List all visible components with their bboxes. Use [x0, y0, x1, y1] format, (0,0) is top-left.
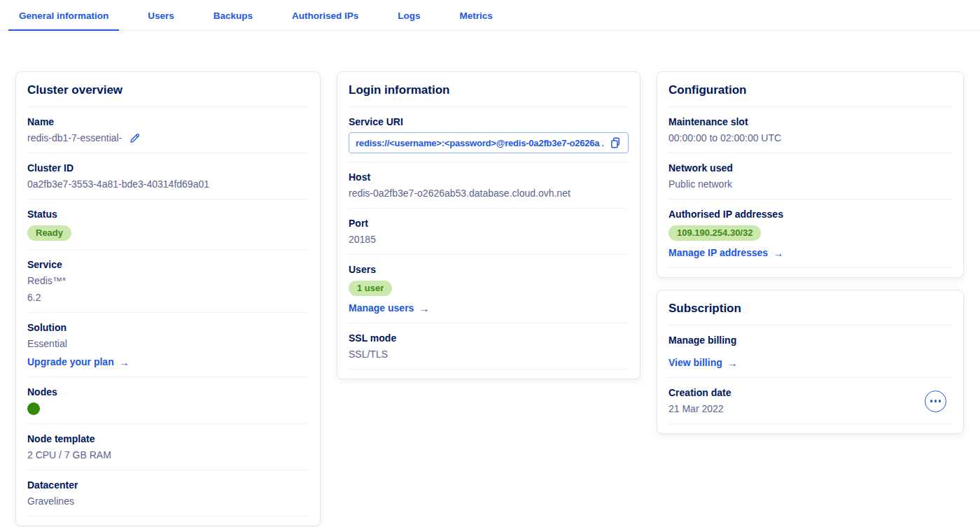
card-title: Cluster overview [27, 83, 309, 106]
solution-value: Essential [27, 338, 309, 350]
status-field: Status Ready [27, 199, 309, 249]
host-label: Host [349, 171, 629, 183]
manage-billing-label: Manage billing [668, 335, 952, 346]
datacenter-label: Datacenter [27, 479, 309, 491]
arrow-right-icon: → [119, 356, 130, 368]
maintenance-slot-field: Maintenance slot 00:00:00 to 02:00:00 UT… [668, 107, 952, 153]
ellipsis-icon [934, 400, 937, 402]
ellipsis-icon [930, 400, 933, 402]
tab-metrics[interactable]: Metrics [449, 0, 503, 31]
nodes-label: Nodes [27, 386, 309, 398]
tab-label: Users [148, 10, 174, 21]
cluster-overview-card: Cluster overview Name redis-db1-7-essent… [15, 71, 321, 526]
status-badge: Ready [27, 225, 71, 241]
port-value: 20185 [349, 234, 629, 246]
manage-billing-field: Manage billing View billing → [668, 325, 952, 377]
datacenter-value: Gravelines [27, 496, 309, 507]
authorised-ips-field: Authorised IP addresses 109.190.254.30/3… [668, 199, 952, 267]
tab-label: General information [19, 10, 108, 21]
upgrade-plan-link[interactable]: Upgrade your plan → [27, 356, 130, 368]
cluster-id-label: Cluster ID [27, 162, 309, 174]
ellipsis-icon [939, 400, 941, 402]
link-label: Manage IP addresses [668, 247, 768, 259]
creation-date-label: Creation date [668, 387, 731, 399]
tab-label: Backups [214, 10, 253, 21]
authorised-ips-label: Authorised IP addresses [668, 209, 952, 220]
port-label: Port [349, 218, 629, 230]
copy-uri-button[interactable] [609, 136, 622, 149]
service-version-value: 6.2 [27, 292, 309, 304]
tab-bar: General information Users Backups Author… [0, 0, 980, 31]
card-title: Subscription [668, 302, 952, 325]
copy-icon [609, 136, 622, 149]
tab-authorised-ips[interactable]: Authorised IPs [281, 0, 369, 31]
manage-ip-addresses-link[interactable]: Manage IP addresses → [668, 247, 783, 259]
network-used-field: Network used Public network [668, 153, 952, 199]
cluster-id-value: 0a2fb3e7-3553-4a81-bde3-40314fd69a01 [27, 178, 309, 190]
host-value: redis-0a2fb3e7-o2626ab53.database.cloud.… [349, 188, 629, 199]
node-status-dot-icon [27, 402, 40, 415]
card-title: Configuration [668, 83, 952, 106]
network-used-value: Public network [668, 178, 952, 190]
tab-backups[interactable]: Backups [203, 0, 263, 31]
pencil-icon [129, 132, 141, 144]
login-information-card: Login information Service URI rediss://<… [337, 71, 640, 379]
port-field: Port 20185 [349, 209, 629, 254]
name-field: Name redis-db1-7-essential- [27, 107, 309, 153]
cluster-id-field: Cluster ID 0a2fb3e7-3553-4a81-bde3-40314… [27, 153, 309, 199]
users-label: Users [349, 264, 629, 276]
ssl-mode-field: SSL mode SSL/TLS [349, 323, 629, 369]
tab-label: Metrics [460, 10, 493, 21]
service-uri-box: rediss://<username>:<password>@redis-0a2… [349, 132, 629, 153]
nodes-field: Nodes [27, 377, 309, 423]
subscription-card: Subscription Manage billing View billing… [657, 290, 964, 434]
tab-label: Logs [398, 10, 420, 21]
service-label: Service [27, 259, 309, 271]
status-label: Status [27, 209, 309, 220]
node-template-label: Node template [27, 433, 309, 445]
maintenance-slot-label: Maintenance slot [668, 116, 952, 128]
tab-logs[interactable]: Logs [387, 0, 430, 31]
manage-users-link[interactable]: Manage users → [349, 302, 429, 314]
maintenance-slot-value: 00:00:00 to 02:00:00 UTC [668, 132, 952, 144]
arrow-right-icon: → [727, 357, 738, 369]
service-engine-value: Redis™* [27, 275, 309, 287]
creation-date-field: Creation date 21 Mar 2022 [668, 378, 952, 423]
service-uri-value: rediss://<username>:<password>@redis-0a2… [356, 138, 603, 148]
link-label: Manage users [349, 302, 414, 314]
view-billing-link[interactable]: View billing → [668, 357, 738, 369]
users-count-badge: 1 user [349, 281, 392, 296]
tab-general-information[interactable]: General information [8, 0, 119, 31]
creation-date-value: 21 Mar 2022 [668, 403, 731, 415]
node-template-value: 2 CPU / 7 GB RAM [27, 449, 309, 461]
network-used-label: Network used [668, 162, 952, 174]
tab-label: Authorised IPs [292, 10, 358, 21]
users-field: Users 1 user Manage users → [349, 255, 629, 323]
name-value: redis-db1-7-essential- [27, 132, 122, 144]
node-template-field: Node template 2 CPU / 7 GB RAM [27, 424, 309, 470]
link-label: View billing [668, 357, 722, 369]
edit-name-button[interactable] [129, 132, 141, 144]
ssl-mode-value: SSL/TLS [349, 349, 629, 360]
arrow-right-icon: → [773, 247, 783, 259]
right-column: Configuration Maintenance slot 00:00:00 … [657, 71, 964, 434]
ip-address-badge: 109.190.254.30/32 [668, 225, 761, 241]
link-label: Upgrade your plan [27, 356, 114, 368]
datacenter-field: Datacenter Gravelines [27, 470, 309, 516]
configuration-card: Configuration Maintenance slot 00:00:00 … [657, 71, 964, 278]
solution-label: Solution [27, 322, 309, 334]
solution-field: Solution Essential Upgrade your plan → [27, 313, 309, 377]
card-title: Login information [349, 83, 629, 106]
arrow-right-icon: → [419, 302, 429, 314]
service-uri-label: Service URI [349, 116, 629, 128]
service-uri-field: Service URI rediss://<username>:<passwor… [349, 107, 629, 162]
service-field: Service Redis™* 6.2 [27, 250, 309, 312]
more-actions-button[interactable] [925, 391, 946, 412]
general-information-panel: Cluster overview Name redis-db1-7-essent… [0, 71, 980, 526]
name-label: Name [27, 116, 309, 128]
ssl-mode-label: SSL mode [349, 332, 629, 344]
host-field: Host redis-0a2fb3e7-o2626ab53.database.c… [349, 162, 629, 208]
tab-users[interactable]: Users [137, 0, 185, 31]
